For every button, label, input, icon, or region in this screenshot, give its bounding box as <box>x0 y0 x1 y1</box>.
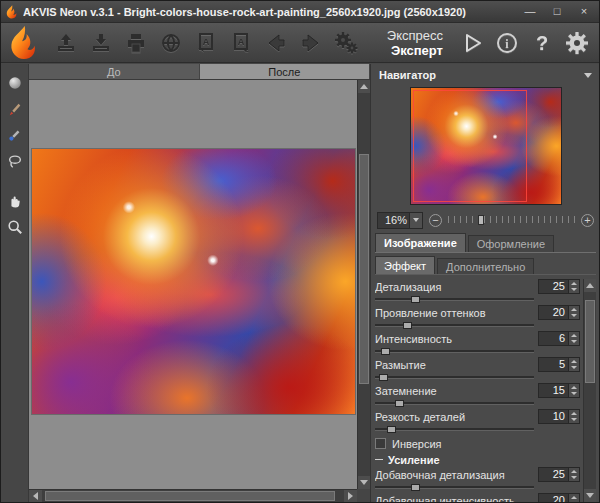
zoom-slider-handle[interactable] <box>478 215 484 225</box>
scroll-up-button[interactable] <box>358 80 370 93</box>
param-spinbox[interactable]: 25 <box>538 467 580 482</box>
canvas-horizontal-scrollbar[interactable] <box>29 489 357 502</box>
slider-handle[interactable] <box>411 484 420 491</box>
save-image-button[interactable] <box>85 27 117 59</box>
collapse-triangle-icon[interactable] <box>584 73 592 78</box>
param-spinbox[interactable]: 6 <box>538 331 580 346</box>
param-slider[interactable] <box>375 400 534 408</box>
param-slider[interactable] <box>375 374 534 382</box>
scroll-right-button[interactable] <box>344 490 357 502</box>
param-label: Добавочная интенсивность <box>375 495 515 503</box>
zoom-slider[interactable] <box>448 213 575 227</box>
param-slider[interactable] <box>375 348 534 356</box>
spin-down-button[interactable] <box>569 501 579 503</box>
slider-handle[interactable] <box>381 348 390 355</box>
settings-scrollbar[interactable] <box>583 279 596 502</box>
mode-expert-label[interactable]: Эксперт <box>387 43 443 58</box>
help-button[interactable]: ? <box>526 27 558 59</box>
param-slider[interactable] <box>375 426 534 434</box>
question-icon: ? <box>530 31 554 55</box>
zoom-in-button[interactable]: + <box>581 214 594 227</box>
vertical-scroll-track[interactable] <box>358 93 370 476</box>
param-spinbox[interactable]: 10 <box>538 409 580 424</box>
slider-handle[interactable] <box>395 400 404 407</box>
horizontal-scroll-track[interactable] <box>42 490 344 502</box>
open-image-button[interactable] <box>50 27 82 59</box>
param-spinbox[interactable]: 15 <box>538 383 580 398</box>
tab-decoration[interactable]: Оформление <box>468 235 554 252</box>
slider-handle[interactable] <box>411 296 420 303</box>
image-viewport[interactable] <box>29 80 357 489</box>
undo-button[interactable] <box>260 27 292 59</box>
inversion-checkbox[interactable] <box>375 438 386 449</box>
processed-image[interactable] <box>31 148 356 415</box>
minimize-button[interactable]: — <box>519 4 541 20</box>
history-brush-tool-button[interactable] <box>5 99 25 119</box>
tab-before[interactable]: До <box>29 64 200 79</box>
canvas-vertical-scrollbar[interactable] <box>357 80 370 489</box>
maximize-button[interactable]: □ <box>546 4 568 20</box>
settings-scroll-up-button[interactable] <box>584 279 596 292</box>
run-button[interactable] <box>456 27 488 59</box>
tab-image[interactable]: Изображение <box>375 233 466 252</box>
spin-down-button[interactable] <box>569 313 579 320</box>
mode-express-label[interactable]: Экспресс <box>387 28 443 43</box>
tab-effect[interactable]: Эффект <box>375 256 435 274</box>
close-button[interactable]: × <box>573 4 595 20</box>
mode-switcher[interactable]: Экспресс Эксперт <box>387 28 443 58</box>
param-slider[interactable] <box>375 322 534 330</box>
hand-tool-button[interactable] <box>5 191 25 211</box>
import-presets-button[interactable]: A <box>190 27 222 59</box>
param-spinbox[interactable]: 5 <box>538 357 580 372</box>
share-button[interactable] <box>155 27 187 59</box>
scroll-left-button[interactable] <box>29 490 42 502</box>
batch-processing-button[interactable] <box>330 27 362 59</box>
triangle-up-icon <box>586 283 594 288</box>
navigator-header[interactable]: Навигатор <box>375 67 596 83</box>
export-presets-button[interactable]: A <box>225 27 257 59</box>
spin-down-button[interactable] <box>569 287 579 294</box>
settings-scroll-down-button[interactable] <box>584 489 596 502</box>
history-brush-icon <box>7 101 23 117</box>
print-button[interactable] <box>120 27 152 59</box>
zoom-select[interactable]: 16% <box>377 212 423 229</box>
navigator-view-frame[interactable] <box>413 90 527 202</box>
param-spinbox[interactable]: 20 <box>538 305 580 320</box>
spin-down-button[interactable] <box>569 391 579 398</box>
slider-handle[interactable] <box>379 374 388 381</box>
zoom-tool-button[interactable] <box>5 217 25 237</box>
settings-scroll-thumb[interactable] <box>585 300 595 383</box>
tab-after[interactable]: После <box>200 64 371 79</box>
scrollbar-corner <box>357 489 370 502</box>
param-slider[interactable] <box>375 484 534 492</box>
vertical-scroll-thumb[interactable] <box>359 154 369 384</box>
settings-scroll-track[interactable] <box>584 292 596 489</box>
lasso-tool-button[interactable] <box>5 151 25 171</box>
redo-button[interactable] <box>295 27 327 59</box>
tab-advanced[interactable]: Дополнительно <box>437 258 534 274</box>
svg-text:i: i <box>505 37 509 51</box>
param-slider[interactable] <box>375 296 534 304</box>
spin-down-button[interactable] <box>569 417 579 424</box>
scroll-down-button[interactable] <box>358 476 370 489</box>
preferences-button[interactable] <box>561 27 593 59</box>
lasso-icon <box>7 153 23 169</box>
spin-down-button[interactable] <box>569 365 579 372</box>
slider-handle[interactable] <box>387 426 396 433</box>
gear-icon <box>564 30 590 56</box>
zoom-dropdown-icon[interactable] <box>409 213 422 228</box>
navigator-thumbnail[interactable] <box>410 87 562 205</box>
navigator-preview-area <box>375 83 596 209</box>
enhancement-section-header[interactable]: Усиление <box>375 452 580 467</box>
zoom-out-button[interactable]: − <box>429 214 442 227</box>
eyedropper-tool-button[interactable] <box>5 125 25 145</box>
spin-down-button[interactable] <box>569 339 579 346</box>
spin-down-button[interactable] <box>569 475 579 482</box>
smudge-tool-button[interactable] <box>5 73 25 93</box>
param-spinbox[interactable]: 20 <box>538 493 580 502</box>
horizontal-scroll-thumb[interactable] <box>45 491 335 501</box>
about-button[interactable]: i <box>491 27 523 59</box>
svg-text:A: A <box>203 37 210 47</box>
slider-handle[interactable] <box>403 322 412 329</box>
param-spinbox[interactable]: 25 <box>538 279 580 294</box>
